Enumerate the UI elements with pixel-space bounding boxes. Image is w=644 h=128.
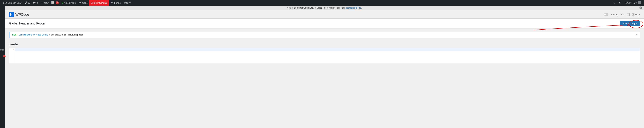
screen-icon[interactable] (627, 13, 630, 16)
sparkles-icon (612, 2, 616, 4)
help-icon: ? (632, 13, 634, 16)
wp-admin-sidebar: erce (0, 6, 5, 128)
page-title: Global Header and Footer (9, 22, 45, 25)
wpcode-header: WPCode Testing Mode ? Help (5, 10, 644, 19)
wpcode-label: WPCode (79, 2, 88, 4)
upgrade-to-pro-link[interactable]: upgrading to Pro (346, 7, 361, 9)
dismiss-lite-banner-button[interactable]: ✕ (640, 7, 642, 9)
sidebar-item-commerce[interactable]: erce (0, 49, 4, 51)
wpcode-header-controls: Testing Mode ? Help (604, 13, 640, 16)
connect-notice-text: Connect to the WPCode Library to get acc… (19, 34, 84, 36)
connect-library-notice: NEW! Connect to the WPCode Library to ge… (9, 32, 640, 38)
comment-icon (33, 2, 36, 4)
wpforms-label: WPForms (110, 2, 121, 4)
adminbar-left: gon Outdoor Gear 17 0 New ✓ 2 Autoptim (2, 0, 132, 6)
new-tag: NEW! (12, 34, 17, 36)
page-title-bar: Global Header and Footer Save Changes (5, 19, 644, 29)
editor-code-area[interactable] (15, 48, 640, 63)
bell-icon (618, 2, 621, 4)
circle-icon (62, 2, 63, 4)
wpcode-logo-icon (9, 12, 14, 17)
testing-mode-toggle[interactable] (604, 13, 608, 16)
checkmark-box-icon: ✓ (52, 2, 54, 4)
adminbar-setup-payments[interactable]: Setup Payments (89, 0, 109, 6)
connect-library-link[interactable]: Connect to the WPCode Library (19, 34, 48, 36)
adminbar-site-name[interactable]: gon Outdoor Gear (2, 0, 23, 6)
help-label: Help (635, 13, 640, 16)
wp-admin-bar: gon Outdoor Gear 17 0 New ✓ 2 Autoptim (0, 0, 644, 6)
close-icon: ✕ (640, 7, 642, 9)
wpcode-brand-text: WPCode (15, 13, 29, 17)
editor-gutter: 1 (9, 48, 15, 63)
adminbar-vz[interactable]: ✓ 2 (50, 0, 60, 6)
toggle-knob-icon (604, 14, 606, 16)
adminbar-updates[interactable]: 17 (23, 0, 32, 6)
header-code-editor[interactable]: 1 (9, 48, 640, 63)
autoptimize-label: Autoptimize (64, 2, 76, 4)
save-changes-button[interactable]: Save Changes (620, 21, 640, 26)
adminbar-autoptimize[interactable]: Autoptimize (60, 0, 77, 6)
imagify-label: Imagify (124, 2, 131, 4)
adminbar-new[interactable]: New (39, 0, 50, 6)
adminbar-sparkles[interactable] (611, 0, 617, 6)
adminbar-site-label: gon Outdoor Gear (3, 2, 22, 4)
setup-payments-label: Setup Payments (91, 2, 108, 4)
adminbar-right: Howdy, Harry (611, 0, 642, 6)
help-link[interactable]: ? Help (632, 13, 640, 16)
vz-badge: 2 (56, 1, 59, 4)
comments-count: 0 (36, 2, 38, 4)
page-body: NEW! Connect to the WPCode Library to ge… (5, 29, 644, 66)
line-number: 1 (9, 48, 14, 51)
close-icon: ✕ (636, 33, 638, 36)
testing-mode-label: Testing Mode (611, 13, 624, 16)
updates-count: 17 (28, 2, 30, 4)
admin-body: erce You're using WPCode Lite. To unlock… (0, 6, 644, 128)
adminbar-comments[interactable]: 0 (32, 0, 39, 6)
wpcode-content: You're using WPCode Lite. To unlock more… (5, 6, 644, 128)
adminbar-howdy[interactable]: Howdy, Harry (622, 0, 642, 6)
free-snippets-count: 187 FREE snippets (64, 34, 83, 36)
refresh-icon (24, 2, 27, 4)
adminbar-notifications[interactable] (617, 0, 622, 6)
avatar (638, 2, 641, 4)
sidebar-notification-bubble (3, 55, 6, 57)
new-label: New (44, 2, 49, 4)
lite-banner-text: You're using WPCode Lite. To unlock more… (287, 7, 362, 9)
howdy-label: Howdy, Harry (624, 2, 637, 4)
code-line (15, 48, 640, 51)
adminbar-imagify[interactable]: Imagify (122, 0, 132, 6)
dismiss-connect-notice-button[interactable]: ✕ (636, 34, 638, 36)
wpcode-brand: WPCode (9, 12, 29, 17)
lite-banner-bold: You're using WPCode Lite (287, 7, 313, 9)
header-section-title: Header (10, 43, 640, 46)
adminbar-wpcode[interactable]: WPCode (77, 0, 89, 6)
adminbar-wpforms[interactable]: WPForms (109, 0, 122, 6)
lite-upgrade-banner: You're using WPCode Lite. To unlock more… (5, 6, 644, 10)
plus-icon (41, 2, 44, 4)
